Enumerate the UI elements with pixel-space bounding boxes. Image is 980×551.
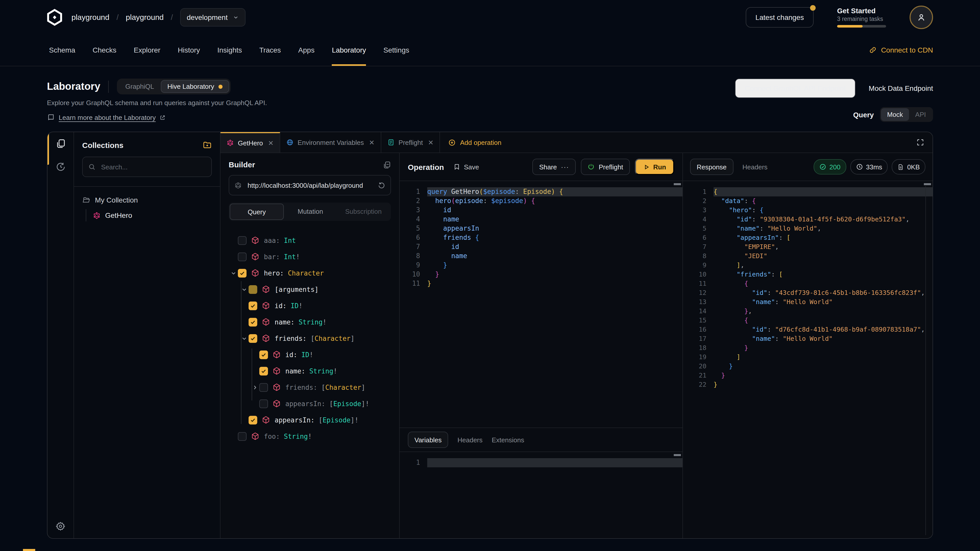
field-checkbox[interactable] bbox=[238, 268, 247, 277]
get-started-widget[interactable]: Get Started 3 remaining tasks bbox=[837, 6, 886, 27]
line-number: 5 bbox=[683, 224, 714, 233]
op-type-mutation[interactable]: Mutation bbox=[284, 203, 337, 219]
expand-toggle[interactable] bbox=[250, 384, 259, 391]
tab-response-headers[interactable]: Headers bbox=[742, 163, 767, 171]
tab-headers[interactable]: Headers bbox=[457, 436, 482, 444]
field-checkbox[interactable] bbox=[248, 416, 257, 424]
field-checkbox[interactable] bbox=[238, 432, 247, 441]
op-type-query[interactable]: Query bbox=[230, 203, 284, 220]
code-line: 5 "name": "Hello World", bbox=[683, 224, 932, 233]
learn-more-link[interactable]: Learn more about the Laboratory bbox=[59, 114, 156, 121]
share-button[interactable]: Share ··· bbox=[533, 159, 576, 175]
variables-editor[interactable]: 1 bbox=[400, 452, 682, 538]
tab-variables[interactable]: Variables bbox=[408, 432, 448, 448]
page-title: Laboratory bbox=[47, 81, 100, 92]
field-checkbox[interactable] bbox=[259, 383, 268, 392]
query-source-label: Query bbox=[853, 110, 874, 119]
mode-graphiql[interactable]: GraphiQL bbox=[119, 80, 161, 93]
target-selector[interactable]: development bbox=[180, 8, 245, 26]
collection-folder[interactable]: My Collection bbox=[82, 196, 212, 204]
power-icon bbox=[587, 163, 595, 170]
field-row-name: name: String! bbox=[229, 314, 391, 330]
hive-laboratory-app: playground / playground / development La… bbox=[0, 0, 980, 551]
field-checkbox[interactable] bbox=[248, 301, 257, 310]
history-rail-icon[interactable] bbox=[56, 162, 65, 172]
folder-open-icon bbox=[82, 196, 90, 204]
nav-item-history[interactable]: History bbox=[178, 34, 200, 66]
endpoint-url-input[interactable] bbox=[247, 181, 373, 189]
new-folder-icon[interactable] bbox=[203, 140, 212, 149]
refresh-icon[interactable] bbox=[378, 181, 385, 189]
line-number: 15 bbox=[683, 316, 714, 325]
field-type: [Character] bbox=[307, 334, 355, 342]
search-input[interactable] bbox=[100, 162, 206, 171]
field-row-appearsIn: appearsIn: [Episode]! bbox=[229, 395, 391, 412]
latest-changes-button[interactable]: Latest changes bbox=[746, 7, 814, 27]
plus-circle-icon bbox=[449, 138, 456, 146]
connect-to-cdn-label: Connect to CDN bbox=[881, 46, 933, 54]
tab-environment-variables[interactable]: Environment Variables ✕ bbox=[280, 132, 381, 152]
mock-data-endpoint-button[interactable]: Mock Data Endpoint bbox=[869, 84, 933, 92]
tab-gethero[interactable]: GetHero ✕ bbox=[221, 132, 280, 152]
preflight-button[interactable]: Preflight bbox=[581, 159, 630, 175]
code-line: 10 "friends": [ bbox=[683, 270, 932, 279]
run-button[interactable]: Run bbox=[635, 159, 674, 175]
response-viewer[interactable]: 1{2 "data": {3 "hero": {4 "id": "9303830… bbox=[683, 181, 932, 538]
query-source-mock[interactable]: Mock bbox=[881, 108, 909, 121]
breadcrumb-org[interactable]: playground bbox=[72, 13, 109, 21]
save-button[interactable]: Save bbox=[453, 163, 479, 171]
collections-rail-icon[interactable] bbox=[56, 138, 65, 148]
scrollbar-thumb[interactable] bbox=[674, 183, 681, 185]
tab-response[interactable]: Response bbox=[690, 159, 733, 175]
field-row-friends: friends: [Character] bbox=[229, 330, 391, 346]
collections-title: Collections bbox=[82, 141, 124, 149]
field-name: name: bbox=[275, 318, 294, 326]
line-number: 2 bbox=[400, 197, 427, 206]
add-operation-button[interactable]: Add operation bbox=[449, 132, 501, 152]
mode-hive-laboratory[interactable]: Hive Laboratory bbox=[161, 80, 229, 93]
collapse-all-icon[interactable] bbox=[383, 160, 391, 168]
operation-bottom-section: VariablesHeadersExtensions 1 bbox=[400, 427, 682, 538]
nav-item-apps[interactable]: Apps bbox=[298, 34, 315, 66]
query-editor[interactable]: 1query GetHero($episode: Episode) {2 her… bbox=[400, 181, 682, 427]
close-icon[interactable]: ✕ bbox=[268, 139, 274, 147]
expand-toggle[interactable] bbox=[229, 270, 238, 276]
rail-active-indicator bbox=[48, 132, 49, 165]
query-source-api[interactable]: API bbox=[909, 108, 932, 121]
field-checkbox[interactable] bbox=[248, 285, 257, 294]
field-checkbox[interactable] bbox=[248, 318, 257, 326]
close-icon[interactable]: ✕ bbox=[369, 138, 375, 146]
nav-item-insights[interactable]: Insights bbox=[218, 34, 242, 66]
field-checkbox[interactable] bbox=[259, 350, 268, 359]
collection-operation[interactable]: GetHero bbox=[93, 209, 212, 221]
duration-value: 33ms bbox=[866, 163, 882, 171]
top-header: playground / playground / development La… bbox=[0, 0, 980, 34]
user-avatar[interactable] bbox=[910, 5, 933, 29]
field-checkbox[interactable] bbox=[238, 236, 247, 245]
close-icon[interactable]: ✕ bbox=[428, 138, 434, 146]
field-checkbox[interactable] bbox=[259, 367, 268, 375]
nav-item-explorer[interactable]: Explorer bbox=[134, 34, 160, 66]
nav-item-settings[interactable]: Settings bbox=[383, 34, 409, 66]
connect-graphql-api-endpoint-button[interactable]: Connect GraphQL API Endpoint bbox=[735, 79, 856, 98]
line-number: 1 bbox=[400, 187, 427, 197]
field-checkbox[interactable] bbox=[238, 252, 247, 261]
field-checkbox[interactable] bbox=[248, 334, 257, 343]
scrollbar-thumb[interactable] bbox=[674, 454, 681, 456]
op-type-subscription[interactable]: Subscription bbox=[337, 203, 390, 219]
tab-extensions[interactable]: Extensions bbox=[492, 436, 524, 444]
hive-logo-icon[interactable] bbox=[46, 8, 63, 26]
fullscreen-icon[interactable] bbox=[916, 132, 932, 152]
scrollbar-thumb[interactable] bbox=[924, 183, 931, 185]
nav-item-traces[interactable]: Traces bbox=[259, 34, 281, 66]
breadcrumb-project[interactable]: playground bbox=[126, 13, 164, 21]
connect-to-cdn-button[interactable]: Connect to CDN bbox=[869, 34, 933, 66]
graphql-endpoint-icon bbox=[234, 181, 242, 189]
nav-item-schema[interactable]: Schema bbox=[49, 34, 75, 66]
nav-item-laboratory[interactable]: Laboratory bbox=[332, 34, 366, 66]
field-checkbox[interactable] bbox=[259, 399, 268, 408]
breadcrumb-separator: / bbox=[171, 13, 173, 21]
tab-preflight[interactable]: Preflight ✕ bbox=[381, 132, 440, 152]
nav-item-checks[interactable]: Checks bbox=[93, 34, 116, 66]
gear-icon[interactable] bbox=[56, 521, 65, 531]
